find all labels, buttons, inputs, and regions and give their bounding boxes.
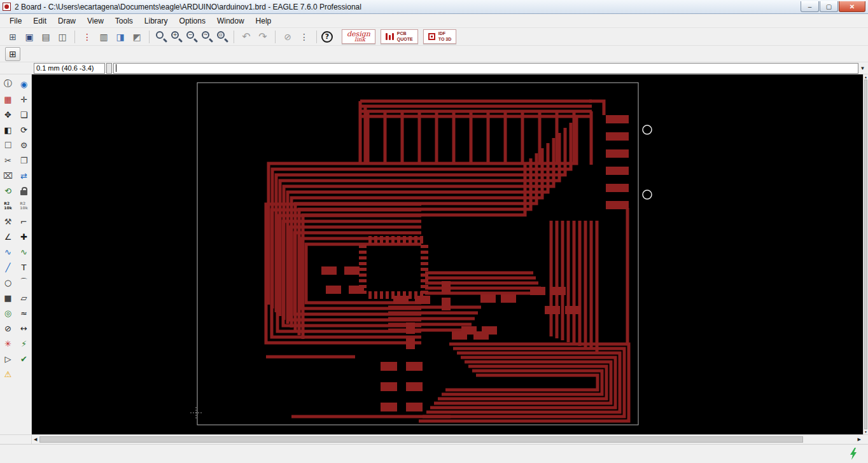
ratsnest-icon[interactable]: ✳ bbox=[0, 336, 16, 351]
stop-icon[interactable]: ⊘ bbox=[280, 30, 295, 44]
maximize-button[interactable]: ▢ bbox=[820, 1, 838, 12]
menu-item-draw[interactable]: Draw bbox=[52, 14, 81, 27]
cut-icon[interactable]: ✂ bbox=[0, 153, 16, 168]
pcb-quote-icon bbox=[386, 33, 394, 40]
zoom-redraw-icon[interactable]: ~ bbox=[200, 30, 214, 44]
split-icon[interactable]: ∠ bbox=[0, 229, 16, 244]
replace-icon[interactable]: ⟲ bbox=[0, 183, 16, 198]
zoom-select-icon[interactable]: ▫ bbox=[215, 30, 229, 44]
tool-palette: ⓘ◉▦✛✥❏◧⟳☐⚙✂❐⌧⇄⟲R210kR210k⚒⌐∠✚∿∿╱T○⌒■▱◎≈⊘… bbox=[0, 74, 32, 434]
more-icon[interactable]: ⋮ bbox=[297, 30, 312, 44]
signal-icon[interactable]: ≈ bbox=[16, 305, 32, 321]
zoom-fit-icon-lens bbox=[156, 31, 164, 39]
run-script-icon[interactable]: ⋮ bbox=[80, 30, 95, 44]
value-icon[interactable]: R210k bbox=[16, 198, 32, 214]
minimize-button[interactable]: – bbox=[801, 1, 819, 12]
dimension-icon[interactable]: ↔ bbox=[16, 321, 32, 336]
pinswap-icon[interactable]: ⇄ bbox=[16, 168, 32, 183]
move-icon[interactable]: ✥ bbox=[0, 107, 16, 122]
command-history-dropdown[interactable]: ▼ bbox=[858, 63, 867, 74]
coordinate-mode-button[interactable] bbox=[106, 63, 112, 74]
name-icon[interactable]: R210k bbox=[0, 198, 16, 214]
circle-icon[interactable]: ○ bbox=[0, 275, 16, 290]
zoom-select-icon-handle bbox=[224, 38, 228, 42]
optimize-icon[interactable]: ✚ bbox=[16, 229, 32, 244]
board-manager-icon[interactable]: ⊞ bbox=[5, 30, 20, 44]
ripup-icon[interactable]: ∿ bbox=[16, 244, 32, 259]
layer-settings-icon[interactable]: ◨ bbox=[113, 30, 128, 44]
change-icon[interactable]: ⚙ bbox=[16, 137, 32, 153]
main-toolbar: ⊞▣▤◫⋮▥◨◩+−~▫↶↷⊘⋮? designlinkPCBQUOTEIDFT… bbox=[0, 28, 868, 46]
menu-item-window[interactable]: Window bbox=[211, 14, 250, 27]
command-input[interactable] bbox=[113, 63, 858, 74]
errors-ok-icon[interactable]: ✔ bbox=[16, 351, 32, 366]
zoom-out-icon-lens: − bbox=[186, 31, 194, 39]
scroll-up-icon[interactable]: ▲ bbox=[864, 75, 867, 79]
paste-icon[interactable]: ❐ bbox=[16, 153, 32, 168]
export-image-icon[interactable]: ◫ bbox=[55, 30, 70, 44]
scroll-down-icon[interactable]: ▼ bbox=[864, 430, 867, 434]
route-icon[interactable]: ∿ bbox=[0, 244, 16, 259]
info-icon[interactable]: ⓘ bbox=[0, 76, 16, 92]
horizontal-scroll-row: ◀ ▶ bbox=[0, 434, 868, 444]
show-icon[interactable]: ◉ bbox=[16, 76, 32, 92]
rotate-icon[interactable]: ⟳ bbox=[16, 122, 32, 137]
arc-icon[interactable]: ⌒ bbox=[16, 275, 32, 290]
save-icon[interactable]: ▣ bbox=[22, 30, 37, 44]
table-icon[interactable]: ▥ bbox=[96, 30, 111, 44]
drc-icon[interactable]: ▷ bbox=[0, 351, 16, 366]
pcb-quote-button-label: PCBQUOTE bbox=[397, 31, 413, 41]
group-icon[interactable]: ☐ bbox=[0, 137, 16, 153]
menu-item-tools[interactable]: Tools bbox=[109, 14, 139, 27]
menu-item-file[interactable]: File bbox=[4, 14, 27, 27]
board-canvas[interactable] bbox=[32, 74, 863, 434]
miter-icon[interactable]: ⌐ bbox=[16, 214, 32, 229]
display-icon[interactable]: ▦ bbox=[0, 92, 16, 107]
copy-icon[interactable]: ❏ bbox=[16, 107, 32, 122]
zoom-out-icon[interactable]: − bbox=[185, 30, 199, 44]
wire-icon[interactable]: ╱ bbox=[0, 259, 16, 275]
close-button[interactable]: ✕ bbox=[839, 1, 865, 12]
redo-icon[interactable]: ↷ bbox=[255, 30, 270, 44]
warning-icon[interactable]: ⚠ bbox=[0, 366, 16, 382]
menu-item-view[interactable]: View bbox=[81, 14, 109, 27]
menu-item-edit[interactable]: Edit bbox=[27, 14, 52, 27]
vertical-scrollbar[interactable]: ▲ ▼ bbox=[863, 74, 868, 434]
promo-strip: designlinkPCBQUOTEIDFTO 3D bbox=[342, 29, 456, 44]
horizontal-scroll-thumb[interactable] bbox=[39, 436, 803, 443]
horizontal-scrollbar[interactable]: ◀ ▶ bbox=[32, 435, 863, 444]
text-icon[interactable]: T bbox=[16, 259, 32, 275]
undo-icon[interactable]: ↶ bbox=[239, 30, 254, 44]
zoom-fit-icon[interactable] bbox=[154, 30, 168, 44]
menu-item-library[interactable]: Library bbox=[139, 14, 174, 27]
menu-item-options[interactable]: Options bbox=[174, 14, 211, 27]
design-link-button[interactable]: designlink bbox=[342, 29, 375, 44]
zoom-in-icon[interactable]: + bbox=[169, 30, 183, 44]
delete-icon[interactable]: ⌧ bbox=[0, 168, 16, 183]
command-row: 0.1 mm (40.6 -3.4) ▼ bbox=[0, 62, 868, 74]
print-icon[interactable]: ▤ bbox=[38, 30, 53, 44]
via-icon[interactable]: ◎ bbox=[0, 305, 16, 321]
idf-to-3d-button[interactable]: IDFTO 3D bbox=[423, 29, 457, 44]
hole-icon[interactable]: ⊘ bbox=[0, 321, 16, 336]
grid-settings-button[interactable]: ⊞ bbox=[5, 47, 20, 61]
polygon-icon[interactable]: ▱ bbox=[16, 290, 32, 305]
menu-item-help[interactable]: Help bbox=[250, 14, 277, 27]
rect-icon[interactable]: ■ bbox=[0, 290, 16, 305]
pcb-quote-button[interactable]: PCBQUOTE bbox=[381, 29, 418, 44]
value-icon-label: R210k bbox=[20, 202, 27, 210]
smash-icon[interactable]: ⚒ bbox=[0, 214, 16, 229]
auto-icon[interactable]: ⚡ bbox=[16, 336, 32, 351]
lock-icon[interactable] bbox=[16, 183, 32, 198]
mirror-icon[interactable]: ◧ bbox=[0, 122, 16, 137]
idf-to-3d-button-label: IDFTO 3D bbox=[438, 31, 452, 41]
display-grid-icon[interactable]: ◩ bbox=[129, 30, 144, 44]
coordinate-display: 0.1 mm (40.6 -3.4) bbox=[34, 63, 105, 74]
scroll-left-icon[interactable]: ◀ bbox=[34, 437, 37, 442]
vertical-scroll-thumb[interactable] bbox=[864, 79, 867, 429]
name-icon-label: R210k bbox=[4, 202, 11, 210]
help-icon[interactable]: ? bbox=[321, 31, 333, 43]
mark-icon[interactable]: ✛ bbox=[16, 92, 32, 107]
scroll-right-icon[interactable]: ▶ bbox=[858, 437, 861, 442]
toolbar-icon-strip: ⊞▣▤◫⋮▥◨◩+−~▫↶↷⊘⋮? bbox=[5, 30, 333, 44]
